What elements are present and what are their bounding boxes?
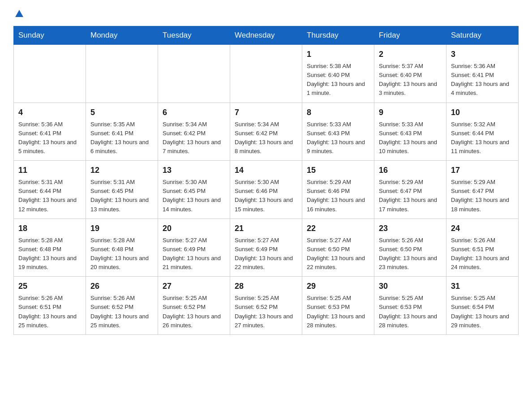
- calendar-day-cell: [230, 45, 302, 103]
- day-number: 25: [18, 280, 81, 292]
- day-number: 1: [307, 48, 369, 60]
- calendar-day-cell: [86, 45, 158, 103]
- day-number: 3: [451, 48, 514, 60]
- calendar-day-cell: 5Sunrise: 5:35 AM Sunset: 6:41 PM Daylig…: [86, 103, 158, 161]
- day-info: Sunrise: 5:27 AM Sunset: 6:50 PM Dayligh…: [307, 236, 369, 272]
- day-number: 6: [163, 107, 225, 119]
- day-info: Sunrise: 5:33 AM Sunset: 6:43 PM Dayligh…: [307, 120, 369, 156]
- day-info: Sunrise: 5:28 AM Sunset: 6:48 PM Dayligh…: [90, 236, 153, 272]
- weekday-header-cell: Sunday: [14, 26, 86, 45]
- calendar-day-cell: 8Sunrise: 5:33 AM Sunset: 6:43 PM Daylig…: [302, 103, 374, 161]
- calendar-body: 1Sunrise: 5:38 AM Sunset: 6:40 PM Daylig…: [14, 45, 519, 335]
- day-number: 30: [379, 280, 442, 292]
- svg-marker-0: [15, 10, 23, 17]
- day-info: Sunrise: 5:25 AM Sunset: 6:52 PM Dayligh…: [235, 294, 297, 330]
- day-info: Sunrise: 5:26 AM Sunset: 6:51 PM Dayligh…: [451, 236, 514, 272]
- calendar-day-cell: 12Sunrise: 5:31 AM Sunset: 6:45 PM Dayli…: [86, 161, 158, 219]
- day-number: 5: [90, 107, 153, 119]
- calendar-day-cell: 13Sunrise: 5:30 AM Sunset: 6:45 PM Dayli…: [158, 161, 230, 219]
- weekday-header-row: SundayMondayTuesdayWednesdayThursdayFrid…: [14, 26, 519, 45]
- logo: [13, 9, 24, 19]
- day-number: 8: [307, 107, 369, 119]
- day-info: Sunrise: 5:38 AM Sunset: 6:40 PM Dayligh…: [307, 62, 369, 98]
- day-number: 28: [235, 280, 297, 292]
- day-info: Sunrise: 5:34 AM Sunset: 6:42 PM Dayligh…: [235, 120, 297, 156]
- calendar-week-row: 1Sunrise: 5:38 AM Sunset: 6:40 PM Daylig…: [14, 45, 519, 103]
- weekday-header-cell: Friday: [374, 26, 446, 45]
- day-info: Sunrise: 5:36 AM Sunset: 6:41 PM Dayligh…: [18, 120, 81, 156]
- day-number: 26: [90, 280, 153, 292]
- day-number: 19: [90, 223, 153, 235]
- day-info: Sunrise: 5:25 AM Sunset: 6:53 PM Dayligh…: [379, 294, 442, 330]
- day-info: Sunrise: 5:26 AM Sunset: 6:52 PM Dayligh…: [90, 294, 153, 330]
- day-info: Sunrise: 5:27 AM Sunset: 6:49 PM Dayligh…: [163, 236, 225, 272]
- day-info: Sunrise: 5:27 AM Sunset: 6:49 PM Dayligh…: [235, 236, 297, 272]
- day-number: 14: [235, 164, 297, 176]
- calendar-day-cell: 18Sunrise: 5:28 AM Sunset: 6:48 PM Dayli…: [14, 218, 86, 277]
- calendar-day-cell: 7Sunrise: 5:34 AM Sunset: 6:42 PM Daylig…: [230, 103, 302, 161]
- day-number: 15: [307, 164, 369, 176]
- day-number: 29: [307, 280, 369, 292]
- day-info: Sunrise: 5:28 AM Sunset: 6:48 PM Dayligh…: [18, 236, 81, 272]
- calendar-day-cell: 23Sunrise: 5:26 AM Sunset: 6:50 PM Dayli…: [374, 218, 446, 277]
- day-number: 13: [163, 164, 225, 176]
- day-info: Sunrise: 5:33 AM Sunset: 6:43 PM Dayligh…: [379, 120, 442, 156]
- day-number: 22: [307, 223, 369, 235]
- day-info: Sunrise: 5:32 AM Sunset: 6:44 PM Dayligh…: [451, 120, 514, 156]
- day-info: Sunrise: 5:35 AM Sunset: 6:41 PM Dayligh…: [90, 120, 153, 156]
- day-info: Sunrise: 5:30 AM Sunset: 6:46 PM Dayligh…: [235, 178, 297, 214]
- calendar-day-cell: 11Sunrise: 5:31 AM Sunset: 6:44 PM Dayli…: [14, 161, 86, 219]
- calendar-week-row: 18Sunrise: 5:28 AM Sunset: 6:48 PM Dayli…: [14, 218, 519, 277]
- day-number: 7: [235, 107, 297, 119]
- day-number: 17: [451, 164, 514, 176]
- day-number: 31: [451, 280, 514, 292]
- day-number: 24: [451, 223, 514, 235]
- day-number: 10: [451, 107, 514, 119]
- day-number: 9: [379, 107, 442, 119]
- calendar-day-cell: 20Sunrise: 5:27 AM Sunset: 6:49 PM Dayli…: [158, 218, 230, 277]
- day-info: Sunrise: 5:26 AM Sunset: 6:51 PM Dayligh…: [18, 294, 81, 330]
- calendar-day-cell: 28Sunrise: 5:25 AM Sunset: 6:52 PM Dayli…: [230, 277, 302, 335]
- day-number: 2: [379, 48, 442, 60]
- day-info: Sunrise: 5:31 AM Sunset: 6:45 PM Dayligh…: [90, 178, 153, 214]
- day-info: Sunrise: 5:25 AM Sunset: 6:52 PM Dayligh…: [163, 294, 225, 330]
- calendar-day-cell: 10Sunrise: 5:32 AM Sunset: 6:44 PM Dayli…: [446, 103, 519, 161]
- calendar-day-cell: 16Sunrise: 5:29 AM Sunset: 6:47 PM Dayli…: [374, 161, 446, 219]
- calendar-day-cell: 19Sunrise: 5:28 AM Sunset: 6:48 PM Dayli…: [86, 218, 158, 277]
- calendar-day-cell: 30Sunrise: 5:25 AM Sunset: 6:53 PM Dayli…: [374, 277, 446, 335]
- calendar-day-cell: 31Sunrise: 5:25 AM Sunset: 6:54 PM Dayli…: [446, 277, 519, 335]
- day-info: Sunrise: 5:31 AM Sunset: 6:44 PM Dayligh…: [18, 178, 81, 214]
- weekday-header-cell: Tuesday: [158, 26, 230, 45]
- weekday-header-cell: Saturday: [446, 26, 519, 45]
- calendar-day-cell: 6Sunrise: 5:34 AM Sunset: 6:42 PM Daylig…: [158, 103, 230, 161]
- calendar-day-cell: 14Sunrise: 5:30 AM Sunset: 6:46 PM Dayli…: [230, 161, 302, 219]
- calendar-day-cell: 2Sunrise: 5:37 AM Sunset: 6:40 PM Daylig…: [374, 45, 446, 103]
- calendar-week-row: 11Sunrise: 5:31 AM Sunset: 6:44 PM Dayli…: [14, 161, 519, 219]
- calendar-day-cell: 17Sunrise: 5:29 AM Sunset: 6:47 PM Dayli…: [446, 161, 519, 219]
- day-number: 21: [235, 223, 297, 235]
- day-info: Sunrise: 5:25 AM Sunset: 6:53 PM Dayligh…: [307, 294, 369, 330]
- weekday-header-cell: Monday: [86, 26, 158, 45]
- day-info: Sunrise: 5:34 AM Sunset: 6:42 PM Dayligh…: [163, 120, 225, 156]
- day-info: Sunrise: 5:25 AM Sunset: 6:54 PM Dayligh…: [451, 294, 514, 330]
- day-info: Sunrise: 5:29 AM Sunset: 6:47 PM Dayligh…: [451, 178, 514, 214]
- day-info: Sunrise: 5:29 AM Sunset: 6:47 PM Dayligh…: [379, 178, 442, 214]
- calendar-day-cell: 15Sunrise: 5:29 AM Sunset: 6:46 PM Dayli…: [302, 161, 374, 219]
- day-info: Sunrise: 5:37 AM Sunset: 6:40 PM Dayligh…: [379, 62, 442, 98]
- weekday-header-cell: Wednesday: [230, 26, 302, 45]
- day-number: 18: [18, 223, 81, 235]
- calendar-day-cell: [14, 45, 86, 103]
- day-number: 16: [379, 164, 442, 176]
- calendar-day-cell: 29Sunrise: 5:25 AM Sunset: 6:53 PM Dayli…: [302, 277, 374, 335]
- calendar-day-cell: 21Sunrise: 5:27 AM Sunset: 6:49 PM Dayli…: [230, 218, 302, 277]
- calendar-week-row: 4Sunrise: 5:36 AM Sunset: 6:41 PM Daylig…: [14, 103, 519, 161]
- calendar-day-cell: 25Sunrise: 5:26 AM Sunset: 6:51 PM Dayli…: [14, 277, 86, 335]
- calendar-day-cell: 3Sunrise: 5:36 AM Sunset: 6:41 PM Daylig…: [446, 45, 519, 103]
- day-info: Sunrise: 5:36 AM Sunset: 6:41 PM Dayligh…: [451, 62, 514, 98]
- day-number: 11: [18, 164, 81, 176]
- day-info: Sunrise: 5:30 AM Sunset: 6:45 PM Dayligh…: [163, 178, 225, 214]
- day-number: 20: [163, 223, 225, 235]
- calendar-table: SundayMondayTuesdayWednesdayThursdayFrid…: [13, 26, 519, 335]
- calendar-day-cell: 24Sunrise: 5:26 AM Sunset: 6:51 PM Dayli…: [446, 218, 519, 277]
- calendar-day-cell: 26Sunrise: 5:26 AM Sunset: 6:52 PM Dayli…: [86, 277, 158, 335]
